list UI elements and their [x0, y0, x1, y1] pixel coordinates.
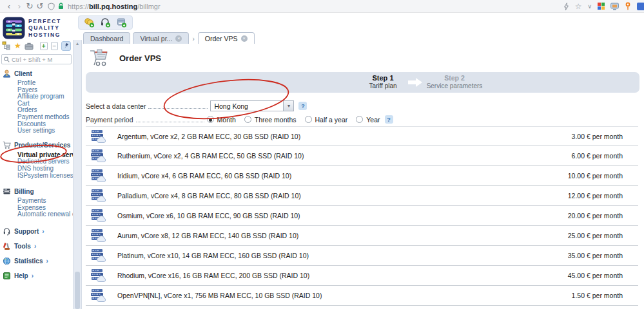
- datacenter-help-icon[interactable]: ?: [298, 102, 307, 110]
- brand-line-3: HOSTING: [28, 32, 61, 39]
- radio-button[interactable]: [207, 116, 214, 123]
- sidebar-scrollbar[interactable]: ▴: [73, 40, 82, 309]
- sidebar-section-help[interactable]: Help ›: [3, 272, 73, 281]
- browser-history-button[interactable]: ↺: [35, 1, 45, 12]
- browser-reload-button[interactable]: ↻: [24, 1, 35, 12]
- datacenter-select[interactable]: Hong Kong ▾: [210, 100, 294, 111]
- section-label: Products/Services: [14, 142, 70, 149]
- tariff-price: 10.00 € per month: [568, 172, 638, 180]
- tariff-row[interactable]: Iridium, vCore x4, 6 GB RAM ECC, 60 GB S…: [86, 166, 638, 186]
- billing-icon: [3, 187, 11, 196]
- step-1-subtitle: Tariff plan: [362, 82, 404, 90]
- server-icon: [90, 169, 107, 183]
- chevron-right-icon: ›: [32, 272, 34, 279]
- dropdown-arrow-icon[interactable]: ▾: [283, 101, 293, 111]
- sidebar-search[interactable]: [1, 54, 72, 64]
- sidebar-item-profile[interactable]: Profile: [3, 80, 73, 87]
- sidebar-item-payment-methods[interactable]: Payment methods: [3, 114, 73, 121]
- close-icon[interactable]: ×: [175, 35, 182, 42]
- radio-half-a-year[interactable]: Half a year: [305, 116, 348, 124]
- expand-all-button[interactable]: +: [40, 42, 48, 50]
- extension-pin-icon[interactable]: [625, 2, 631, 10]
- sidebar-section-statistics[interactable]: Statistics ›: [3, 257, 73, 266]
- radio-year[interactable]: Year: [356, 116, 380, 124]
- tariff-name: Platinum, vCore x10, 14 GB RAM ECC, 160 …: [117, 252, 309, 259]
- collapse-all-button[interactable]: −: [51, 42, 59, 50]
- briefcase-icon[interactable]: [24, 42, 34, 50]
- tariff-row[interactable]: Ruthenium, vCore x2, 4 GB RAM ECC, 50 GB…: [86, 146, 638, 166]
- chevron-right-icon: ›: [46, 258, 48, 265]
- datacenter-label: Select a data center: [86, 102, 146, 110]
- tariff-row[interactable]: Osmium, vCore x6, 10 GB RAM ECC, 90 GB S…: [86, 206, 638, 226]
- radio-button[interactable]: [356, 116, 363, 123]
- server-icon: [90, 288, 107, 303]
- radio-button[interactable]: [244, 116, 251, 123]
- tab-order-vps[interactable]: Order VPS ×: [198, 32, 255, 44]
- browser-back-button[interactable]: ‹: [4, 1, 14, 12]
- tariff-name: Osmium, vCore x6, 10 GB RAM ECC, 90 GB S…: [117, 212, 300, 220]
- brand-logo-icon: [3, 17, 25, 39]
- tariff-row[interactable]: Argentum, vCore x2, 2 GB RAM ECC, 30 GB …: [86, 126, 638, 146]
- bookmark-star-icon[interactable]: ☆: [575, 2, 582, 11]
- period-label: Payment period: [86, 116, 133, 124]
- tariff-row[interactable]: Platinum, vCore x10, 14 GB RAM ECC, 160 …: [86, 246, 638, 266]
- tariff-name: Ruthenium, vCore x2, 4 GB RAM ECC, 50 GB…: [117, 152, 304, 160]
- sidebar-item-expenses[interactable]: Expenses: [3, 205, 73, 212]
- url-host: bill.pq.hosting: [89, 3, 137, 10]
- browser-forward-button[interactable]: ›: [14, 1, 24, 12]
- extension-monitor-icon[interactable]: [610, 3, 619, 10]
- chevron-down-icon[interactable]: ∨: [587, 3, 592, 10]
- pin-menu-button[interactable]: [61, 41, 71, 51]
- sidebar-section-client[interactable]: Client: [3, 69, 73, 78]
- scroll-up-icon[interactable]: ▴: [73, 41, 81, 47]
- flash-icon[interactable]: [563, 3, 569, 10]
- radio-three-months[interactable]: Three months: [244, 116, 297, 124]
- tariff-price: 6.00 € per month: [572, 152, 638, 160]
- sidebar-item-payments[interactable]: Payments: [3, 198, 73, 205]
- tariff-price: 1.50 € per month: [572, 292, 638, 299]
- address-bar[interactable]: https://bill.pq.hosting/billmgr: [68, 3, 161, 10]
- tariff-row[interactable]: OpenVPN[NL], vCore x1, 756 MB RAM ECC, 1…: [86, 286, 638, 306]
- extension-grid-icon[interactable]: [598, 3, 605, 10]
- sidebar-item-user-settings[interactable]: User settings: [3, 127, 73, 135]
- tariff-name: Rhodium, vCore x16, 16 GB RAM ECC, 200 G…: [117, 272, 309, 279]
- sidebar-item-payers[interactable]: Payers: [3, 87, 73, 94]
- sidebar-item-ispsystem-licenses[interactable]: ISPsystem licenses: [3, 173, 73, 180]
- sidebar-item-affiliate-program[interactable]: Affiliate program: [3, 93, 73, 100]
- sidebar-section-products-services[interactable]: Products/Services: [3, 141, 73, 150]
- menu-tree-icon[interactable]: [2, 41, 11, 50]
- tariff-name: Aurum, vCore x8, 12 GB RAM ECC, 140 GB S…: [117, 232, 298, 239]
- tariff-row[interactable]: Rhodium, vCore x16, 16 GB RAM ECC, 200 G…: [86, 266, 638, 286]
- tariff-row[interactable]: Aurum, vCore x8, 12 GB RAM ECC, 140 GB S…: [86, 226, 638, 246]
- close-icon[interactable]: ×: [241, 35, 248, 42]
- radio-month[interactable]: Month: [207, 116, 236, 124]
- tab-virtual-private-servers[interactable]: Virtual pr... ×: [133, 32, 189, 44]
- lock-icon: [58, 3, 64, 10]
- extension-cropped-icon[interactable]: [637, 3, 644, 10]
- add-funds-icon[interactable]: [84, 17, 95, 28]
- search-input[interactable]: [12, 56, 66, 63]
- sidebar-item-cart[interactable]: Cart: [3, 100, 73, 108]
- sidebar-item-automatic-renewal[interactable]: Automatic renewal o...: [3, 211, 73, 218]
- sidebar-item-dns-hosting[interactable]: DNS hosting: [3, 165, 73, 173]
- scrollbar-thumb[interactable]: [75, 272, 80, 309]
- sidebar-item-dedicated-servers[interactable]: Dedicated servers: [3, 158, 73, 165]
- server-icon: [90, 149, 107, 163]
- tariff-row[interactable]: Palladium, vCore x4, 8 GB RAM ECC, 80 GB…: [86, 186, 638, 206]
- payment-doc-icon[interactable]: [116, 17, 127, 28]
- shield-icon[interactable]: [48, 3, 55, 10]
- sidebar-item-discounts[interactable]: Discounts: [3, 121, 73, 128]
- sidebar-item-orders[interactable]: Orders: [3, 107, 73, 114]
- tab-dashboard[interactable]: Dashboard: [83, 32, 130, 44]
- sidebar-section-tools[interactable]: Tools ›: [3, 242, 73, 251]
- section-label: Billing: [14, 188, 34, 195]
- sidebar-item-virtual-private-servers[interactable]: Virtual private servers: [3, 152, 73, 159]
- period-help-icon[interactable]: ?: [385, 115, 393, 124]
- tools-icon: [3, 242, 11, 250]
- sidebar-section-support[interactable]: Support ›: [3, 227, 73, 236]
- radio-button[interactable]: [305, 116, 312, 123]
- sidebar-section-billing[interactable]: Billing: [3, 187, 73, 196]
- support-ticket-icon[interactable]: [100, 17, 111, 28]
- section-label: Client: [14, 70, 32, 77]
- favorites-star-icon[interactable]: ★: [14, 41, 21, 50]
